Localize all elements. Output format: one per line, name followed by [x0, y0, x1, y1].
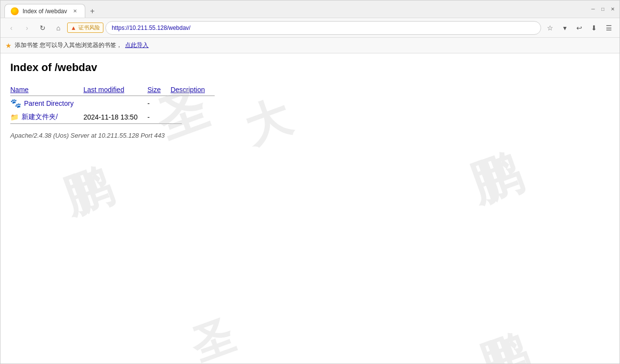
import-bookmarks-link[interactable]: 点此导入 [125, 41, 149, 49]
undo-button[interactable]: ↩ [572, 21, 586, 35]
security-badge[interactable]: ▲ 证书风险 [67, 23, 103, 33]
parent-dir-name: Parent Directory [24, 99, 74, 107]
tab-close-button[interactable]: ✕ [71, 7, 79, 15]
page-content: 圣 大 鹏 鹏 圣 鹏 Index of /webdav Name Last m… [0, 53, 620, 364]
folder-name: 新建文件夹/ [22, 113, 58, 121]
window-controls: ─ □ ✕ [590, 6, 616, 12]
watermark-5: 圣 [183, 308, 242, 364]
parent-dir-modified [83, 96, 148, 111]
folder-link[interactable]: 📁 新建文件夹/ [10, 113, 74, 121]
nav-right-buttons: ☆ ▾ ↩ ⬇ ☰ [543, 21, 616, 35]
folder-cell: 📁 新建文件夹/ [10, 111, 83, 123]
back-button[interactable]: ‹ [4, 21, 18, 35]
directory-table: Name Last modified Size Description 🐾 Pa… [10, 84, 215, 124]
bookmark-star-icon: ★ [5, 42, 12, 49]
folder-size: - [148, 111, 171, 123]
maximize-button[interactable]: □ [600, 6, 606, 12]
warning-icon: ▲ [71, 24, 76, 31]
table-row: 🐾 Parent Directory - [10, 96, 215, 111]
minimize-button[interactable]: ─ [590, 6, 596, 12]
title-bar: Index of /webdav ✕ + ─ □ ✕ [0, 0, 620, 18]
nav-bar: ‹ › ↻ ⌂ ▲ 证书风险 https://10.211.55.128/web… [0, 18, 620, 38]
download-button[interactable]: ⬇ [587, 21, 601, 35]
parent-icon: 🐾 [10, 98, 21, 109]
watermark-3: 鹏 [55, 155, 120, 230]
bookmark-bar-text: 添加书签 您可以导入其他浏览器的书签， [15, 41, 122, 49]
address-bar[interactable]: https://10.211.55.128/webdav/ [105, 21, 541, 35]
col-name[interactable]: Name [10, 84, 83, 96]
parent-dir-size: - [148, 96, 171, 111]
menu-button[interactable]: ☰ [602, 21, 616, 35]
address-text: https://10.211.55.128/webdav/ [112, 24, 191, 31]
page-title: Index of /webdav [10, 61, 610, 74]
watermark-4: 鹏 [461, 140, 530, 219]
col-last-modified[interactable]: Last modified [83, 84, 148, 96]
col-size[interactable]: Size [148, 84, 171, 96]
new-tab-button[interactable]: + [87, 5, 98, 18]
folder-desc [171, 111, 215, 123]
separator-line [10, 123, 182, 124]
parent-dir-desc [171, 96, 215, 111]
tab-favicon [11, 7, 19, 15]
bookmark-list-button[interactable]: ▾ [558, 21, 571, 35]
home-button[interactable]: ⌂ [51, 21, 65, 35]
security-label: 证书风险 [78, 24, 100, 31]
browser-window: Index of /webdav ✕ + ─ □ ✕ ‹ › ↻ ⌂ ▲ 证书风… [0, 0, 620, 364]
col-description[interactable]: Description [171, 84, 215, 96]
tab-title: Index of /webdav [23, 8, 67, 15]
close-button[interactable]: ✕ [610, 6, 616, 12]
watermark-6: 鹏 [471, 322, 537, 364]
bookmark-bar: ★ 添加书签 您可以导入其他浏览器的书签， 点此导入 [0, 38, 620, 53]
table-row: 📁 新建文件夹/ 2024-11-18 13:50 - [10, 111, 215, 123]
server-footer: Apache/2.4.38 (Uos) Server at 10.211.55.… [10, 132, 610, 139]
table-header-row: Name Last modified Size Description [10, 84, 215, 96]
parent-dir-cell: 🐾 Parent Directory [10, 96, 83, 111]
active-tab[interactable]: Index of /webdav ✕ [4, 4, 85, 18]
folder-icon: 📁 [10, 113, 19, 121]
forward-button[interactable]: › [20, 21, 34, 35]
table-separator [10, 123, 215, 124]
folder-modified: 2024-11-18 13:50 [83, 111, 148, 123]
tab-area: Index of /webdav ✕ + [4, 0, 586, 18]
refresh-button[interactable]: ↻ [36, 21, 50, 35]
bookmark-star-button[interactable]: ☆ [543, 21, 557, 35]
watermark-2: 大 [237, 87, 298, 158]
parent-directory-link[interactable]: 🐾 Parent Directory [10, 98, 74, 109]
